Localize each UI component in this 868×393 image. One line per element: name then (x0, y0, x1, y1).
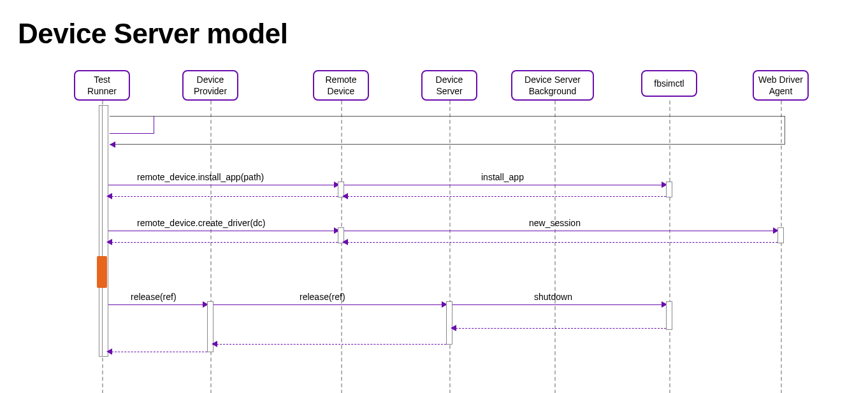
arrow-head (106, 193, 112, 199)
self-call-line (110, 116, 154, 134)
activation-fbsimctl-1 (666, 182, 672, 197)
activation-test-runner-2 (102, 105, 108, 357)
participant-device-server-bg: Device ServerBackground (511, 70, 588, 101)
self-return-frame (110, 116, 785, 145)
participant-device-server: DeviceServer (411, 70, 488, 101)
participant-box: Device ServerBackground (511, 70, 594, 101)
participant-device-provider: DeviceProvider (172, 70, 249, 101)
return-device-provider (108, 352, 207, 352)
participant-fbsimctl: fbsimctl (631, 70, 707, 97)
activation-device-server (446, 301, 452, 345)
arrow-new-session (344, 231, 777, 231)
activation-orange-test-runner (97, 256, 107, 288)
arrow-release-2 (213, 304, 445, 305)
return-device-server (213, 344, 446, 345)
arrow-head (451, 325, 456, 331)
participant-remote-device: RemoteDevice (303, 70, 379, 101)
arrow-head (212, 341, 217, 347)
msg-release-1: release(ref) (131, 292, 177, 302)
msg-install-app-call: remote_device.install_app(path) (137, 172, 264, 182)
return-fbsimctl-1 (344, 196, 666, 197)
arrow-head (342, 239, 348, 245)
return-shutdown (452, 328, 666, 329)
return-wda (344, 242, 778, 243)
return-remote-device-2 (108, 242, 338, 243)
participant-box: DeviceServer (421, 70, 477, 101)
arrow-install-app (344, 185, 665, 185)
msg-create-driver: remote_device.create_driver(dc) (137, 218, 266, 228)
participant-box: Web DriverAgent (753, 70, 809, 101)
msg-release-2: release(ref) (300, 292, 345, 302)
arrow-head (342, 193, 348, 199)
participant-box: RemoteDevice (313, 70, 369, 101)
participant-box: fbsimctl (641, 70, 697, 97)
diagram-title: Device Server model (0, 0, 868, 50)
msg-install-app: install_app (481, 172, 524, 182)
activation-wda (778, 227, 784, 243)
msg-new-session: new_session (529, 218, 581, 228)
arrow-shutdown (452, 304, 665, 305)
participant-box: TestRunner (74, 70, 130, 101)
participant-web-driver-agent: Web DriverAgent (742, 70, 819, 101)
arrow-install-app-call (108, 185, 338, 185)
activation-fbsimctl-2 (666, 301, 672, 330)
participant-test-runner: TestRunner (64, 70, 140, 101)
return-remote-device-1 (108, 196, 338, 197)
sequence-diagram: TestRunner DeviceProvider RemoteDevice D… (0, 70, 868, 389)
msg-shutdown: shutdown (534, 292, 572, 302)
participant-box: DeviceProvider (182, 70, 238, 101)
arrow-head (106, 348, 112, 355)
arrow-create-driver (108, 231, 338, 231)
arrow-release-1 (108, 304, 206, 305)
self-return-arrow-head (110, 141, 115, 148)
arrow-head (106, 239, 112, 245)
